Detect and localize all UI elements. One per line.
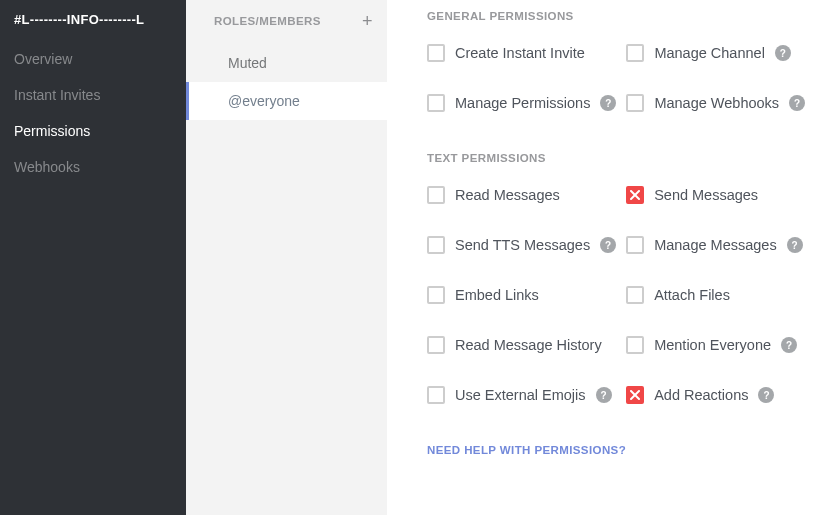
role-item[interactable]: Muted xyxy=(186,44,387,82)
permissions-help-link[interactable]: NEED HELP WITH PERMISSIONS? xyxy=(427,444,790,470)
sidebar-item-instant-invites[interactable]: Instant Invites xyxy=(0,77,186,113)
permission-label: Manage Channel xyxy=(654,45,764,61)
permission-toggle[interactable] xyxy=(626,186,644,204)
permissions-panel: GENERAL PERMISSIONS Create Instant Invit… xyxy=(387,0,818,515)
permission-row: Send Messages xyxy=(626,186,803,204)
permission-toggle[interactable] xyxy=(427,386,445,404)
permission-label: Embed Links xyxy=(455,287,539,303)
permission-label: Use External Emojis xyxy=(455,387,586,403)
permission-toggle[interactable] xyxy=(427,186,445,204)
permission-row: Mention Everyone? xyxy=(626,336,803,354)
permission-toggle[interactable] xyxy=(427,94,445,112)
help-icon[interactable]: ? xyxy=(600,237,616,253)
roles-column: ROLES/MEMBERS + Muted@everyone xyxy=(186,0,387,515)
permission-label: Read Messages xyxy=(455,187,560,203)
permission-toggle[interactable] xyxy=(626,94,644,112)
permission-toggle[interactable] xyxy=(626,386,644,404)
permission-toggle[interactable] xyxy=(427,286,445,304)
permission-toggle[interactable] xyxy=(626,336,644,354)
sidebar-item-webhooks[interactable]: Webhooks xyxy=(0,149,186,185)
permission-label: Send TTS Messages xyxy=(455,237,590,253)
permission-label: Manage Messages xyxy=(654,237,777,253)
permission-toggle[interactable] xyxy=(427,236,445,254)
permission-toggle[interactable] xyxy=(626,236,644,254)
channel-name: #L--------INFO--------L xyxy=(0,12,186,41)
permission-label: Add Reactions xyxy=(654,387,748,403)
permission-label: Manage Permissions xyxy=(455,95,590,111)
help-icon[interactable]: ? xyxy=(775,45,791,61)
permission-row: Add Reactions? xyxy=(626,386,803,404)
help-icon[interactable]: ? xyxy=(787,237,803,253)
permission-row: Manage Channel? xyxy=(626,44,805,62)
help-icon[interactable]: ? xyxy=(758,387,774,403)
sidebar-item-overview[interactable]: Overview xyxy=(0,41,186,77)
permission-row: Read Messages xyxy=(427,186,616,204)
permission-row: Manage Webhooks? xyxy=(626,94,805,112)
role-item[interactable]: @everyone xyxy=(186,82,387,120)
permission-row: Manage Messages? xyxy=(626,236,803,254)
roles-heading: ROLES/MEMBERS xyxy=(214,15,321,27)
permission-toggle[interactable] xyxy=(427,336,445,354)
permission-row: Attach Files xyxy=(626,286,803,304)
permission-label: Manage Webhooks xyxy=(654,95,779,111)
permission-row: Embed Links xyxy=(427,286,616,304)
permission-row: Use External Emojis? xyxy=(427,386,616,404)
permission-label: Read Message History xyxy=(455,337,602,353)
permission-label: Send Messages xyxy=(654,187,758,203)
permission-label: Attach Files xyxy=(654,287,730,303)
add-role-button[interactable]: + xyxy=(362,12,373,30)
permission-label: Mention Everyone xyxy=(654,337,771,353)
permission-row: Send TTS Messages? xyxy=(427,236,616,254)
general-permissions-heading: GENERAL PERMISSIONS xyxy=(427,10,790,22)
permission-label: Create Instant Invite xyxy=(455,45,585,61)
permission-row: Create Instant Invite xyxy=(427,44,616,62)
help-icon[interactable]: ? xyxy=(781,337,797,353)
help-icon[interactable]: ? xyxy=(596,387,612,403)
permission-toggle[interactable] xyxy=(427,44,445,62)
help-icon[interactable]: ? xyxy=(789,95,805,111)
text-permissions-heading: TEXT PERMISSIONS xyxy=(427,152,790,164)
sidebar-item-permissions[interactable]: Permissions xyxy=(0,113,186,149)
permission-toggle[interactable] xyxy=(626,44,644,62)
permission-toggle[interactable] xyxy=(626,286,644,304)
channel-settings-sidebar: #L--------INFO--------L OverviewInstant … xyxy=(0,0,186,515)
help-icon[interactable]: ? xyxy=(600,95,616,111)
permission-row: Manage Permissions? xyxy=(427,94,616,112)
permission-row: Read Message History xyxy=(427,336,616,354)
